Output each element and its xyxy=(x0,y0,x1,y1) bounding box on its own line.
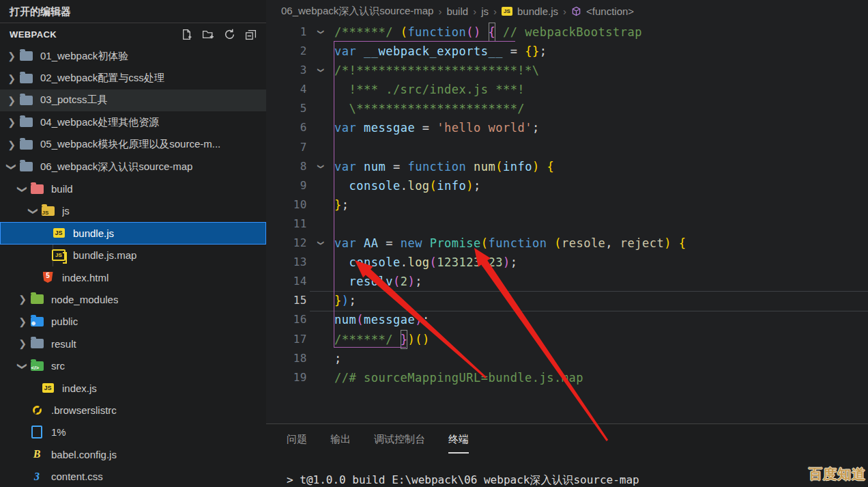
chevron-expanded-icon[interactable]: ❯ xyxy=(29,205,38,217)
code-token: { xyxy=(679,234,686,253)
code-line-11[interactable]: 11 xyxy=(266,214,868,234)
tree-item-node_modules[interactable]: ❯node_modules xyxy=(0,288,266,310)
chevron-expanded-icon[interactable]: ❯ xyxy=(18,183,27,195)
code-line-18[interactable]: 18; xyxy=(266,349,868,368)
code-line-8[interactable]: 8❯var num = function num(info) { xyxy=(266,157,868,176)
breadcrumb-item-1[interactable]: 06_webpack深入认识source-map xyxy=(281,5,433,18)
fold-chevron-icon[interactable]: ❯ xyxy=(307,61,334,80)
line-number: 17 xyxy=(266,330,307,349)
refresh-icon[interactable] xyxy=(224,29,235,40)
breadcrumb-item-4[interactable]: bundle.js xyxy=(517,5,558,17)
code-line-4[interactable]: 4 !*** ./src/index.js ***! xyxy=(266,80,868,99)
code-token: log xyxy=(407,176,429,195)
code-token: , xyxy=(605,234,620,253)
collapse-all-icon[interactable] xyxy=(245,29,257,40)
code-token: function xyxy=(407,23,466,42)
tree-item-03_potcss工具[interactable]: ❯03_potcss工具 xyxy=(0,89,266,111)
code-line-12[interactable]: 12❯var AA = new Promise(function (resole… xyxy=(266,234,868,253)
code-line-1[interactable]: 1❯/******/ (function() { // webpackBoots… xyxy=(266,23,868,42)
tree-item-index.js[interactable]: JSindex.js xyxy=(0,377,266,399)
tree-item-01_webpack初体验[interactable]: ❯01_webpack初体验 xyxy=(0,45,266,67)
code-line-7[interactable]: 7 xyxy=(266,138,868,157)
code-editor[interactable]: 1❯/******/ (function() { // webpackBoots… xyxy=(266,23,868,387)
code-token: resolv xyxy=(349,272,392,291)
code-line-14[interactable]: 14 resolv(2); xyxy=(266,272,868,291)
chevron-expanded-icon[interactable]: ❯ xyxy=(18,360,27,372)
code-line-6[interactable]: 6var messgae = 'hello world'; xyxy=(266,118,868,137)
tree-item-js[interactable]: ❯JSjs xyxy=(0,200,266,222)
chevron-collapsed-icon[interactable]: ❯ xyxy=(5,74,18,83)
code-line-9[interactable]: 9 console.log(info); xyxy=(266,176,868,195)
new-folder-icon[interactable] xyxy=(202,29,214,40)
breadcrumb-separator-icon: › xyxy=(473,5,476,17)
tree-item-.browserslistrc[interactable]: .browserslistrc xyxy=(0,399,266,421)
code-line-10[interactable]: 10}; xyxy=(266,195,868,214)
tree-item-04_webpack处理其他资源[interactable]: ❯04_webpack处理其他资源 xyxy=(0,111,266,133)
tree-item-06_webpack深入认识source-map[interactable]: ❯06_webpack深入认识source-map xyxy=(0,156,266,178)
fold-chevron-icon[interactable]: ❯ xyxy=(307,234,334,253)
tree-item-05_webpack模块化原理以及source-m...[interactable]: ❯05_webpack模块化原理以及source-m... xyxy=(0,134,266,156)
folder-build-icon xyxy=(31,184,44,194)
tree-item-label: result xyxy=(51,338,76,350)
folder-icon xyxy=(20,117,33,127)
breadcrumb-item-5[interactable]: <function> xyxy=(586,5,634,17)
code-token: num xyxy=(334,310,356,329)
fold-spacer xyxy=(307,253,334,272)
panel-tab-终端[interactable]: 终端 xyxy=(448,433,469,454)
terminal-output[interactable]: > t@1.0.0 build E:\webpack\06 webpack深入认… xyxy=(287,473,639,487)
chevron-collapsed-icon[interactable]: ❯ xyxy=(5,117,18,127)
fold-chevron-icon[interactable]: ❯ xyxy=(307,23,334,42)
code-token: ) xyxy=(407,272,415,291)
code-line-19[interactable]: 19//# sourceMappingURL=bundle.js.map xyxy=(266,368,868,387)
new-file-icon[interactable] xyxy=(181,29,192,40)
code-line-16[interactable]: 16num(messgae); xyxy=(266,310,868,329)
tree-item-public[interactable]: ❯⊕public xyxy=(0,311,266,333)
tree-item-build[interactable]: ❯build xyxy=(0,178,266,199)
line-number: 16 xyxy=(266,310,307,329)
code-token: {} xyxy=(525,42,539,61)
tree-item-label: index.js xyxy=(62,382,97,394)
panel-tab-问题[interactable]: 问题 xyxy=(287,433,307,454)
tree-item-result[interactable]: ❯result xyxy=(0,333,266,354)
code-token: /*!**********************!*\ xyxy=(334,61,540,80)
tree-item-bundle.js[interactable]: JSbundle.js xyxy=(0,222,266,244)
tree-item-label: bundle.js xyxy=(73,227,114,239)
chevron-collapsed-icon[interactable]: ❯ xyxy=(16,317,29,326)
tree-item-index.html[interactable]: 5index.html xyxy=(0,266,266,288)
code-line-13[interactable]: 13 console.log(123123123); xyxy=(266,253,868,272)
code-token xyxy=(671,234,679,253)
code-line-15[interactable]: 15}); xyxy=(266,291,868,310)
panel-tab-输出[interactable]: 输出 xyxy=(330,433,351,454)
folder-badge: ⊕ xyxy=(31,320,36,326)
open-editors-header[interactable]: 打开的编辑器 xyxy=(0,0,266,23)
code-token: log xyxy=(407,253,429,272)
breadcrumb-item-2[interactable]: build xyxy=(446,5,468,17)
code-token xyxy=(422,234,430,253)
tree-item-babel.config.js[interactable]: Bbabel.config.js xyxy=(0,443,266,465)
chevron-collapsed-icon[interactable]: ❯ xyxy=(5,51,18,61)
tree-item-src[interactable]: ❯</>src xyxy=(0,354,266,376)
tree-item-02_webpack配置与css处理[interactable]: ❯02_webpack配置与css处理 xyxy=(0,67,266,89)
code-line-2[interactable]: 2var __webpack_exports__ = {}; xyxy=(266,42,868,61)
code-token: 123123123 xyxy=(437,253,503,272)
code-token: info xyxy=(437,176,466,195)
chevron-collapsed-icon[interactable]: ❯ xyxy=(5,96,18,105)
code-line-17[interactable]: 17/******/ })() xyxy=(266,330,868,349)
code-token: ( xyxy=(430,176,437,195)
code-line-3[interactable]: 3❯/*!**********************!*\ xyxy=(266,61,868,80)
code-line-5[interactable]: 5 \**********************/ xyxy=(266,99,868,118)
panel-tab-调试控制台[interactable]: 调试控制台 xyxy=(374,433,425,454)
chevron-collapsed-icon[interactable]: ❯ xyxy=(16,339,29,348)
breadcrumb-item-3[interactable]: js xyxy=(481,5,489,17)
tree-item-label: 06_webpack深入认识source-map xyxy=(40,161,192,173)
tree-item-content.css[interactable]: 3content.css xyxy=(0,465,266,487)
chevron-collapsed-icon[interactable]: ❯ xyxy=(5,140,18,150)
webpack-section-header[interactable]: WEBPACK xyxy=(0,23,266,46)
code-token: { xyxy=(489,23,496,42)
tree-item-bundle.js.map[interactable]: JSbundle.js.map xyxy=(0,245,266,266)
tree-item-1%[interactable]: 1% xyxy=(0,421,266,443)
bracket-guide-vertical xyxy=(334,41,334,347)
chevron-collapsed-icon[interactable]: ❯ xyxy=(16,294,29,304)
chevron-expanded-icon[interactable]: ❯ xyxy=(7,161,16,173)
fold-chevron-icon[interactable]: ❯ xyxy=(307,157,334,176)
